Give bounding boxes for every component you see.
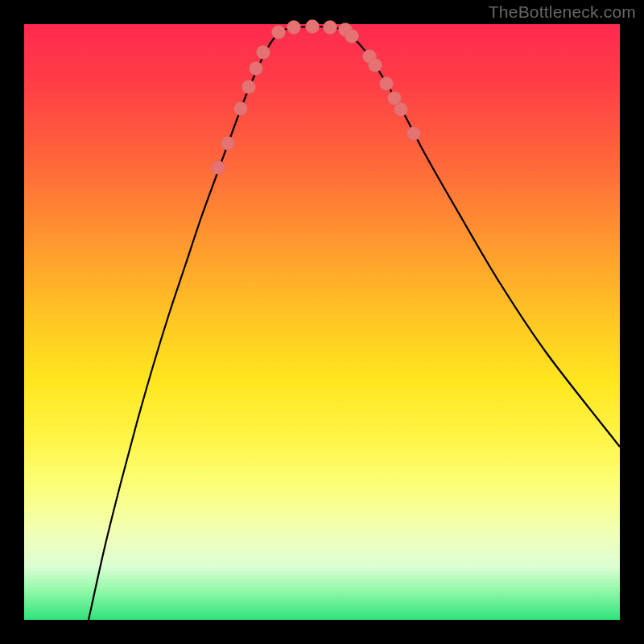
data-dot xyxy=(369,59,382,72)
watermark-text: TheBottleneck.com xyxy=(489,2,636,22)
data-dot xyxy=(380,77,394,91)
data-dot xyxy=(306,20,320,34)
bottleneck-curve xyxy=(89,27,620,620)
data-dot xyxy=(394,103,408,117)
data-dot xyxy=(212,161,225,175)
bottleneck-curve-tail xyxy=(459,213,620,447)
data-dot xyxy=(287,21,301,35)
data-dot xyxy=(324,21,337,35)
plot-gradient-area xyxy=(24,24,620,620)
data-dot xyxy=(234,102,248,116)
data-dot xyxy=(407,127,421,141)
chart-frame: TheBottleneck.com xyxy=(0,0,644,644)
data-dot xyxy=(257,46,270,60)
chart-svg xyxy=(24,24,620,620)
data-dot xyxy=(250,62,263,76)
data-dot xyxy=(221,137,235,151)
data-dot xyxy=(272,26,286,39)
data-dot xyxy=(242,80,256,94)
data-dot xyxy=(345,30,359,43)
